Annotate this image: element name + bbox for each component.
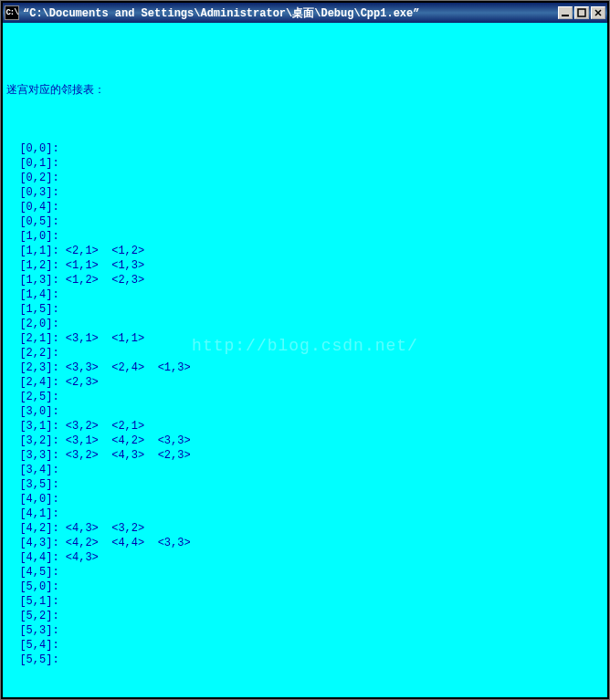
- adjacency-row: [0,0]:: [6, 141, 604, 156]
- adjacency-row: [2,2]:: [6, 346, 604, 360]
- adjacency-row-text: [1,0]:: [6, 229, 59, 244]
- adjacency-row-text: [4,4]: <4,3>: [6, 550, 99, 565]
- adjacency-row-text: [1,3]: <1,2> <2,3>: [6, 273, 144, 287]
- adjacency-row: [2,1]: <3,1> <1,1>: [6, 331, 604, 346]
- minimize-button[interactable]: [558, 6, 573, 19]
- adjacency-row: [1,0]:: [6, 229, 604, 244]
- adjacency-row-text: [1,1]: <2,1> <1,2>: [6, 244, 144, 258]
- adjacency-row-text: [2,4]: <2,3>: [6, 375, 99, 390]
- adjacency-row-text: [0,5]:: [6, 214, 59, 229]
- adjacency-row: [1,1]: <2,1> <1,2>: [6, 244, 604, 258]
- app-icon: C:\: [5, 5, 19, 20]
- adjacency-row: [2,0]:: [6, 317, 604, 331]
- adjacency-row-text: [5,2]:: [6, 609, 59, 623]
- adjacency-row: [3,4]:: [6, 463, 604, 477]
- console-area: http://blog.csdn.net/ 迷宫对应的邻接表： [0,0]: […: [3, 23, 607, 697]
- adjacency-row: [0,3]:: [6, 185, 604, 200]
- adjacency-row-text: [3,4]:: [6, 463, 59, 477]
- adjacency-row: [4,3]: <4,2> <4,4> <3,3>: [6, 536, 604, 550]
- adjacency-row: [5,1]:: [6, 594, 604, 609]
- adjacency-row: [3,2]: <3,1> <4,2> <3,3>: [6, 434, 604, 448]
- maximize-icon: [577, 8, 586, 17]
- adjacency-row-text: [5,4]:: [6, 638, 59, 653]
- adjacency-row: [5,2]:: [6, 609, 604, 623]
- adjacency-header: 迷宫对应的邻接表：: [6, 83, 604, 98]
- title-quote-close: ”: [413, 7, 419, 20]
- adjacency-row: [0,4]:: [6, 200, 604, 214]
- adjacency-row-text: [1,5]:: [6, 302, 59, 317]
- adjacency-row: [2,4]: <2,3>: [6, 375, 604, 390]
- adjacency-row-text: [0,3]:: [6, 185, 59, 200]
- adjacency-row: [4,2]: <4,3> <3,2>: [6, 521, 604, 536]
- adjacency-row: [2,3]: <3,3> <2,4> <1,3>: [6, 360, 604, 375]
- adjacency-row-text: [2,2]:: [6, 346, 59, 360]
- adjacency-list: [0,0]: [0,1]: [0,2]: [0,3]: [0,4]: [0,5]…: [6, 141, 604, 667]
- close-icon: [594, 8, 603, 17]
- adjacency-row-text: [4,0]:: [6, 492, 59, 507]
- adjacency-row: [4,0]:: [6, 492, 604, 507]
- adjacency-row: [4,5]:: [6, 565, 604, 580]
- adjacency-row-text: [2,3]: <3,3> <2,4> <1,3>: [6, 360, 191, 375]
- adjacency-row-text: [3,3]: <3,2> <4,3> <2,3>: [6, 448, 191, 463]
- adjacency-row-text: [4,3]: <4,2> <4,4> <3,3>: [6, 536, 191, 550]
- adjacency-row-text: [0,0]:: [6, 141, 59, 156]
- adjacency-row-text: [3,2]: <3,1> <4,2> <3,3>: [6, 434, 191, 448]
- adjacency-row: [3,0]:: [6, 404, 604, 419]
- adjacency-row-text: [1,4]:: [6, 287, 59, 302]
- adjacency-row-text: [2,0]:: [6, 317, 59, 331]
- adjacency-row-text: [5,0]:: [6, 580, 59, 594]
- adjacency-row: [3,1]: <3,2> <2,1>: [6, 419, 604, 434]
- minimize-icon: [561, 8, 570, 17]
- adjacency-row-text: [3,0]:: [6, 404, 59, 419]
- app-icon-label: C:\: [5, 8, 17, 17]
- adjacency-row-text: [0,1]:: [6, 156, 59, 171]
- titlebar: C:\ “C:\Documents and Settings\Administr…: [3, 3, 607, 23]
- adjacency-row-text: [3,1]: <3,2> <2,1>: [6, 419, 144, 434]
- svg-rect-1: [578, 9, 585, 16]
- adjacency-row: [1,5]:: [6, 302, 604, 317]
- adjacency-row-text: [5,1]:: [6, 594, 59, 609]
- window-buttons: [558, 6, 605, 19]
- adjacency-row-text: [4,5]:: [6, 565, 59, 580]
- adjacency-row: [4,4]: <4,3>: [6, 550, 604, 565]
- adjacency-row: [1,3]: <1,2> <2,3>: [6, 273, 604, 287]
- adjacency-row: [5,5]:: [6, 653, 604, 667]
- adjacency-row-text: [2,5]:: [6, 390, 59, 404]
- adjacency-row: [1,2]: <1,1> <1,3>: [6, 258, 604, 273]
- adjacency-row: [4,1]:: [6, 507, 604, 521]
- adjacency-row-text: [2,1]: <3,1> <1,1>: [6, 331, 144, 346]
- adjacency-row: [5,3]:: [6, 623, 604, 638]
- adjacency-row: [2,5]:: [6, 390, 604, 404]
- adjacency-row: [0,2]:: [6, 171, 604, 185]
- adjacency-row-text: [0,2]:: [6, 171, 59, 185]
- close-button[interactable]: [591, 6, 605, 19]
- adjacency-row-text: [3,5]:: [6, 477, 59, 492]
- adjacency-row: [5,4]:: [6, 638, 604, 653]
- adjacency-row-text: [4,2]: <4,3> <3,2>: [6, 521, 144, 536]
- title-path: C:\Documents and Settings\Administrator\…: [29, 7, 413, 20]
- adjacency-row: [0,5]:: [6, 214, 604, 229]
- adjacency-row: [1,4]:: [6, 287, 604, 302]
- adjacency-row-text: [5,5]:: [6, 653, 59, 667]
- adjacency-row: [5,0]:: [6, 580, 604, 594]
- adjacency-row-text: [0,4]:: [6, 200, 59, 214]
- svg-rect-0: [562, 15, 569, 16]
- adjacency-row-text: [5,3]:: [6, 623, 59, 638]
- adjacency-row: [3,3]: <3,2> <4,3> <2,3>: [6, 448, 604, 463]
- adjacency-row-text: [1,2]: <1,1> <1,3>: [6, 258, 144, 273]
- maximize-button[interactable]: [574, 6, 589, 19]
- adjacency-row: [0,1]:: [6, 156, 604, 171]
- adjacency-row: [3,5]:: [6, 477, 604, 492]
- window-title: “C:\Documents and Settings\Administrator…: [23, 5, 558, 21]
- adjacency-row-text: [4,1]:: [6, 507, 59, 521]
